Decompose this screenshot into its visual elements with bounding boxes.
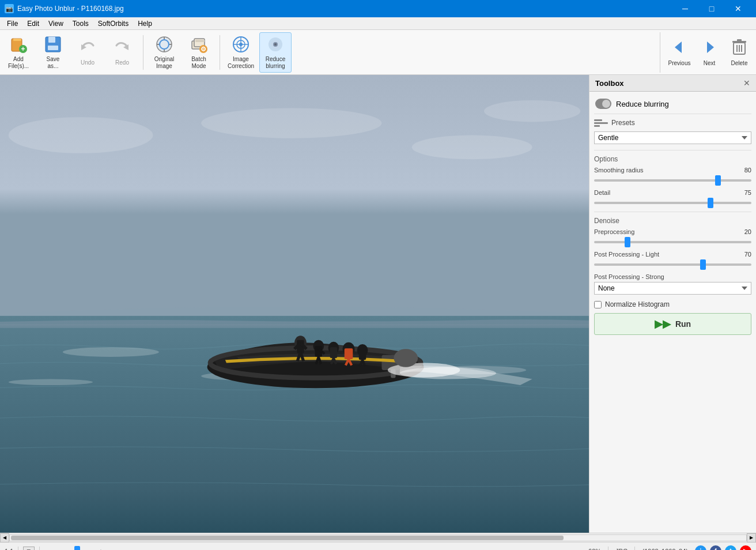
scroll-right-button[interactable]: ▶ xyxy=(747,533,756,543)
post-processing-light-slider[interactable] xyxy=(594,263,751,266)
menu-help[interactable]: Help xyxy=(133,17,157,30)
status-bar: 1:1 ⊞ − + 60% JPG (1968x1269x24) i f t ▶ xyxy=(0,542,756,550)
status-bar-left: 1:1 ⊞ − + xyxy=(5,547,581,551)
save-as-icon xyxy=(44,35,62,54)
image-canvas xyxy=(0,75,589,533)
detail-row: Detail 75 xyxy=(594,189,751,206)
run-button[interactable]: ▶▶ Run xyxy=(594,313,751,335)
youtube-icon[interactable]: ▶ xyxy=(740,545,751,551)
zoom-out-icon[interactable]: − xyxy=(44,548,48,551)
facebook-icon[interactable]: f xyxy=(710,545,721,551)
window-title: Easy Photo Unblur - P1160168.jpg xyxy=(17,5,124,13)
presets-label: Presets xyxy=(611,119,635,127)
menu-softorbits[interactable]: SoftOrbits xyxy=(93,17,133,30)
presets-section: Presets Gentle Moderate Strong Custom xyxy=(594,119,751,144)
save-as-label: Saveas... xyxy=(47,56,60,70)
next-button[interactable]: Next xyxy=(695,32,724,73)
post-processing-light-value: 70 xyxy=(738,251,751,258)
horizontal-scrollbar[interactable]: ◀ ▶ xyxy=(0,533,756,542)
detail-slider[interactable] xyxy=(594,202,751,204)
menu-tools[interactable]: Tools xyxy=(68,17,93,30)
undo-label: Undo xyxy=(81,59,94,66)
svg-point-78 xyxy=(412,135,532,159)
previous-icon xyxy=(670,38,689,58)
presets-icon xyxy=(594,119,608,129)
svg-point-40 xyxy=(63,347,159,357)
redo-label: Redo xyxy=(115,59,129,66)
detail-value: 75 xyxy=(738,189,751,196)
toolbox-header: Toolbox ✕ xyxy=(589,75,756,92)
toolbox-close-button[interactable]: ✕ xyxy=(743,78,750,88)
window-controls: ─ □ ✕ xyxy=(672,0,751,17)
menu-bar: File Edit View Tools SoftOrbits Help xyxy=(0,17,756,30)
zoom-control: − + xyxy=(44,548,103,551)
svg-rect-36 xyxy=(737,39,742,42)
reduce-blurring-button[interactable]: Reduceblurring xyxy=(259,32,292,73)
preprocessing-row: Preprocessing 20 xyxy=(594,228,751,245)
redo-button[interactable]: Redo xyxy=(106,32,138,73)
undo-button[interactable]: Undo xyxy=(71,32,104,73)
scroll-thumb[interactable] xyxy=(11,536,564,540)
image-correction-label: ImageCorrection xyxy=(228,56,254,70)
menu-file[interactable]: File xyxy=(2,17,22,30)
svg-marker-30 xyxy=(707,42,714,53)
toolbox-panel: Toolbox ✕ Reduce blurring Presets xyxy=(589,75,756,533)
next-icon xyxy=(700,38,719,58)
toolbox-title: Toolbox xyxy=(595,79,624,88)
svg-rect-64 xyxy=(330,347,338,358)
post-processing-light-row: Post Processing - Light 70 xyxy=(594,251,751,268)
image-correction-icon xyxy=(232,35,250,54)
svg-marker-29 xyxy=(675,42,682,53)
social-icons: i f t ▶ xyxy=(695,545,751,551)
preprocessing-slider[interactable] xyxy=(594,241,751,243)
info-icon[interactable]: i xyxy=(695,545,706,551)
normalize-histogram-checkbox[interactable] xyxy=(594,301,602,308)
svg-text:⚙: ⚙ xyxy=(201,46,206,52)
previous-button[interactable]: Previous xyxy=(665,32,694,73)
post-processing-strong-row: Post Processing - Strong None Light Medi… xyxy=(594,273,751,295)
zoom-in-icon[interactable]: + xyxy=(99,548,103,551)
save-as-button[interactable]: Saveas... xyxy=(37,32,69,73)
fit-button[interactable]: ⊞ xyxy=(23,547,35,551)
original-image-button[interactable]: OriginalImage xyxy=(148,32,180,73)
twitter-icon[interactable]: t xyxy=(725,545,736,551)
post-processing-strong-dropdown[interactable]: None Light Medium Strong xyxy=(594,282,751,295)
svg-text:+: + xyxy=(21,45,25,53)
svg-point-77 xyxy=(201,108,381,138)
preprocessing-label: Preprocessing xyxy=(594,228,634,235)
delete-button[interactable]: Delete xyxy=(725,32,754,73)
svg-point-24 xyxy=(239,43,243,46)
delete-icon xyxy=(731,38,747,58)
reduce-blurring-label: Reduceblurring xyxy=(266,56,285,70)
batch-mode-button[interactable]: ⚙ BatchMode xyxy=(183,32,215,73)
menu-view[interactable]: View xyxy=(44,17,68,30)
close-button[interactable]: ✕ xyxy=(725,0,751,17)
reduce-blurring-icon xyxy=(266,35,285,54)
menu-edit[interactable]: Edit xyxy=(22,17,44,30)
add-files-button[interactable]: + AddFile(s)... xyxy=(2,32,35,73)
scroll-left-button[interactable]: ◀ xyxy=(0,533,9,543)
maximize-button[interactable]: □ xyxy=(698,0,725,17)
svg-rect-72 xyxy=(359,349,366,360)
reduce-blurring-mode-icon xyxy=(595,99,611,109)
minimize-button[interactable]: ─ xyxy=(672,0,698,17)
batch-mode-label: BatchMode xyxy=(191,56,206,70)
scroll-track[interactable] xyxy=(9,534,747,541)
run-label: Run xyxy=(675,319,691,329)
original-image-icon xyxy=(155,35,173,54)
svg-point-75 xyxy=(394,349,418,367)
post-processing-light-label: Post Processing - Light xyxy=(594,251,659,258)
options-label: Options xyxy=(594,155,751,163)
post-processing-strong-label: Post Processing - Strong xyxy=(594,273,664,280)
reduce-blurring-mode-label: Reduce blurring xyxy=(616,100,669,108)
image-correction-button[interactable]: ImageCorrection xyxy=(225,32,257,73)
presets-dropdown[interactable]: Gentle Moderate Strong Custom xyxy=(594,131,751,144)
normalize-histogram-label: Normalize Histogram xyxy=(605,300,670,308)
smoothing-radius-label: Smoothing radius xyxy=(594,167,644,174)
svg-point-28 xyxy=(274,43,277,46)
smoothing-radius-slider[interactable] xyxy=(594,179,751,182)
detail-label: Detail xyxy=(594,189,610,196)
image-area[interactable] xyxy=(0,75,589,533)
undo-icon xyxy=(78,39,97,57)
toolbar: + AddFile(s)... Saveas... Undo xyxy=(0,30,756,75)
